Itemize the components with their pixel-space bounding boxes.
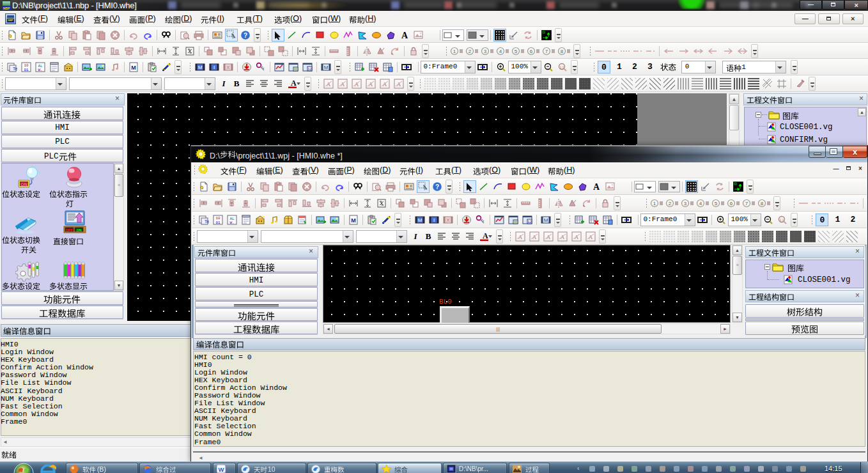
- svg-text:A: A: [575, 234, 579, 240]
- svg-text:10: 10: [215, 216, 221, 221]
- svg-text:X: X: [226, 65, 230, 70]
- svg-text:A: A: [589, 234, 593, 240]
- svg-text:10: 10: [24, 63, 29, 68]
- svg-text:8: 8: [561, 49, 564, 54]
- svg-text:7: 7: [545, 49, 548, 54]
- svg-text:A: A: [291, 79, 297, 88]
- svg-text:5: 5: [715, 201, 718, 206]
- svg-text:Te: Te: [205, 219, 209, 224]
- svg-text:A: A: [369, 81, 373, 88]
- svg-text:I: I: [213, 65, 215, 70]
- svg-text:W: W: [219, 466, 224, 473]
- svg-text:X: X: [446, 217, 450, 223]
- svg-text:W.: W.: [38, 68, 42, 72]
- svg-text:M: M: [544, 217, 548, 223]
- svg-text:A: A: [593, 182, 600, 192]
- svg-text:8: 8: [761, 201, 764, 206]
- svg-text:W.: W.: [229, 221, 234, 225]
- svg-text:I: I: [433, 217, 435, 223]
- svg-text:A: A: [546, 234, 551, 240]
- svg-text:3: 3: [484, 49, 487, 54]
- svg-text:01: 01: [24, 68, 29, 72]
- svg-text:Te: Te: [13, 66, 17, 71]
- svg-text:1:1: 1:1: [560, 65, 564, 69]
- svg-text:2: 2: [669, 201, 672, 206]
- svg-text:A: A: [483, 231, 488, 240]
- svg-text:1: 1: [453, 49, 456, 54]
- svg-text:?: ?: [435, 183, 439, 190]
- svg-text:12: 12: [527, 220, 532, 224]
- svg-text:12: 12: [307, 67, 312, 71]
- svg-text:A: A: [518, 234, 523, 240]
- svg-text:A: A: [401, 31, 408, 40]
- svg-text:A: A: [397, 81, 401, 88]
- svg-text:2: 2: [469, 49, 472, 54]
- svg-text:M: M: [198, 65, 203, 70]
- svg-text:6: 6: [730, 201, 733, 206]
- svg-text:01: 01: [215, 221, 221, 225]
- svg-text:?: ?: [244, 32, 247, 39]
- svg-text:M: M: [131, 65, 136, 71]
- svg-text:M: M: [324, 65, 329, 70]
- svg-text:7: 7: [745, 201, 748, 206]
- svg-text:A: A: [327, 81, 331, 88]
- svg-text:4: 4: [699, 201, 702, 206]
- svg-text:1: 1: [653, 201, 656, 206]
- svg-text:5: 5: [515, 49, 518, 54]
- svg-text:1:1: 1:1: [780, 218, 784, 222]
- svg-text:OFF: OFF: [66, 228, 74, 232]
- svg-text:ON: ON: [76, 228, 81, 232]
- svg-text:6: 6: [530, 49, 533, 54]
- svg-text:A: A: [341, 81, 345, 88]
- svg-text:A: A: [532, 234, 537, 240]
- svg-text:M: M: [418, 217, 422, 223]
- svg-text:A: A: [383, 81, 387, 88]
- svg-text:M: M: [351, 217, 356, 224]
- svg-text:A: A: [355, 81, 359, 88]
- svg-text:4: 4: [499, 49, 502, 54]
- svg-text:3: 3: [684, 201, 687, 206]
- svg-text:A: A: [561, 234, 565, 240]
- svg-text:ON: ON: [20, 182, 27, 187]
